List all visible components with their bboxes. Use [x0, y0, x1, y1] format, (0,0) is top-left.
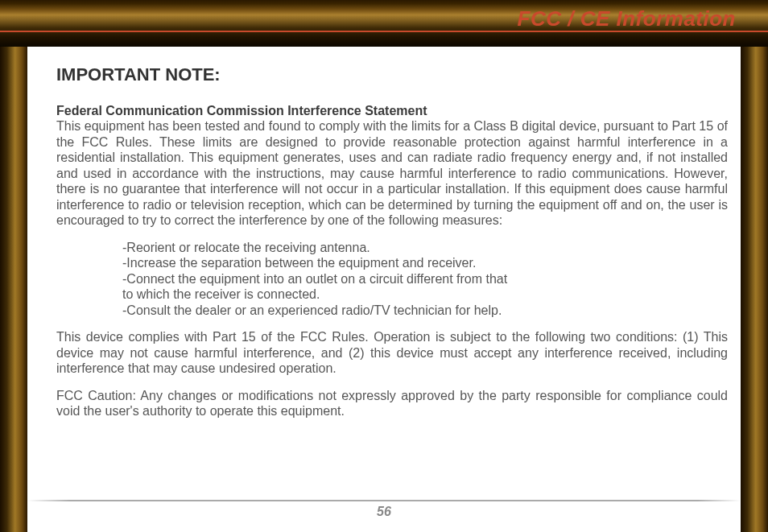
important-note-heading: IMPORTANT NOTE:: [56, 64, 728, 85]
footer-divider: [27, 500, 741, 501]
fcc-statement-paragraph-1: This equipment has been tested and found…: [56, 118, 728, 229]
footer: 56: [27, 500, 741, 519]
measure-item: -Connect the equipment into an outlet on…: [122, 271, 728, 287]
interference-measures-list: -Reorient or relocate the receiving ante…: [56, 240, 728, 319]
page-header-title: FCC / CE Information: [0, 6, 768, 31]
document-content: IMPORTANT NOTE: Federal Communication Co…: [56, 64, 728, 419]
fcc-statement-subheading: Federal Communication Commission Interfe…: [56, 103, 728, 118]
measure-item: -Increase the separation between the equ…: [122, 255, 728, 271]
fcc-caution-paragraph: FCC Caution: Any changes or modification…: [56, 388, 728, 419]
right-border-stripe: [741, 47, 768, 532]
left-border-stripe: [0, 47, 27, 532]
page-number: 56: [27, 505, 741, 519]
measure-item: to which the receiver is connected.: [122, 287, 728, 303]
fcc-statement-paragraph-2: This device complies with Part 15 of the…: [56, 329, 728, 377]
measure-item: -Reorient or relocate the receiving ante…: [122, 240, 728, 256]
measure-item: -Consult the dealer or an experienced ra…: [122, 303, 728, 319]
